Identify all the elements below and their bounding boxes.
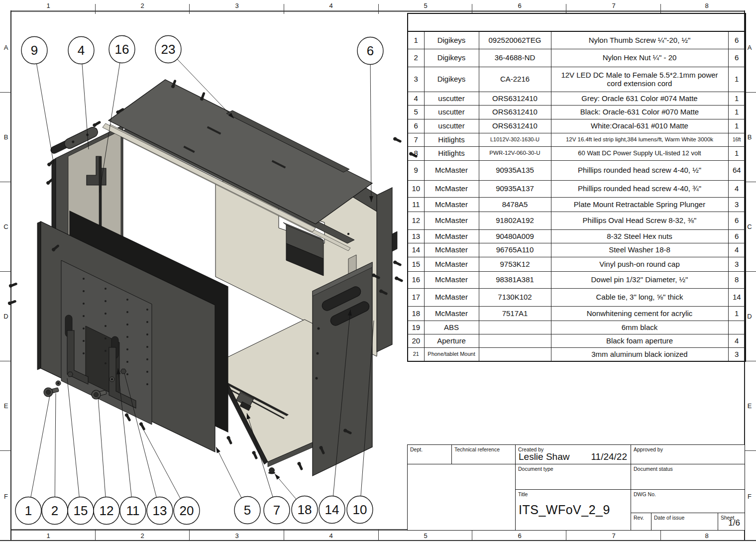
balloon-number: 15 bbox=[74, 503, 88, 518]
bom-body: 1Digikeys092520062TEGNylon Thumb Screw ¼… bbox=[408, 13, 746, 361]
bom-part-number bbox=[479, 334, 551, 347]
bom-item-no: 13 bbox=[408, 229, 424, 243]
bom-row: 18McMaster7517A1Nonwhitening cement for … bbox=[408, 306, 746, 321]
bom-qty: 6 bbox=[728, 31, 746, 49]
title-label: Title bbox=[518, 491, 528, 497]
balloon-number: 13 bbox=[153, 503, 167, 518]
bom-item-no: 4 bbox=[408, 92, 424, 105]
leader-arrowhead bbox=[275, 474, 280, 480]
bom-row: 14McMaster96765A110Steel Washer 18-84 bbox=[408, 243, 746, 257]
bom-item-no: 20 bbox=[408, 334, 424, 347]
bom-qty bbox=[728, 321, 746, 334]
bom-part-number: 90480A009 bbox=[479, 229, 551, 243]
bom-supplier: uscutter bbox=[424, 119, 479, 133]
bom-item-no: 14 bbox=[408, 243, 424, 257]
bom-description: Grey: Oracle 631 Color #074 Matte bbox=[551, 92, 728, 105]
bom-item-no: 2 bbox=[408, 49, 424, 67]
bom-item-no: 10 bbox=[408, 180, 424, 197]
bom-part-number: 36-4688-ND bbox=[479, 49, 551, 67]
approved-by-label: Approved by bbox=[634, 446, 663, 452]
bom-supplier: McMaster bbox=[424, 212, 479, 229]
slotted-mount-panel bbox=[313, 255, 372, 476]
balloon-number: 12 bbox=[100, 503, 114, 518]
sheet-number: 1/6 bbox=[728, 518, 740, 528]
approved-by-cell: Approved by bbox=[631, 444, 745, 465]
dept-label: Dept. bbox=[410, 446, 423, 452]
bom-qty: 1 bbox=[728, 119, 746, 133]
bom-part-number: PWR-12V-060-30-U bbox=[479, 146, 551, 160]
bom-supplier: Digikeys bbox=[424, 67, 479, 92]
bom-description: Phillips Oval Head Screw 8-32, ⅜" bbox=[551, 212, 728, 229]
bom-item-no: 16 bbox=[408, 271, 424, 288]
bom-item-no: 18 bbox=[408, 306, 424, 321]
bom-supplier: Digikeys bbox=[424, 49, 479, 67]
bom-description: Nylon Thumb Screw ¼"-20, ½" bbox=[551, 31, 728, 49]
balloon-number: 7 bbox=[273, 503, 280, 518]
bom-part-number: ORS6312410 bbox=[479, 119, 551, 133]
bom-supplier: Phone/tablet Mount bbox=[424, 347, 479, 361]
doc-type-cell: Document type bbox=[515, 464, 632, 490]
bom-row: 16McMaster98381A381Dowel pin 1/32" Diame… bbox=[408, 271, 746, 288]
bom-supplier: McMaster bbox=[424, 257, 479, 271]
bom-qty: 8 bbox=[728, 271, 746, 288]
bom-row: 5uscutterORS6312410Black: Oracle-631 Col… bbox=[408, 105, 746, 119]
balloon-number: 14 bbox=[325, 502, 339, 517]
rev-label: Rev. bbox=[634, 515, 644, 521]
dwg-no-label: DWG No. bbox=[634, 491, 656, 497]
tech-ref-cell: Technical reference bbox=[451, 444, 516, 465]
bom-row: 11McMaster8478A5Plate Mount Retractable … bbox=[408, 197, 746, 212]
bom-supplier: McMaster bbox=[424, 160, 479, 180]
bom-part-number: 9753K12 bbox=[479, 257, 551, 271]
created-by-value: Leslie Shaw bbox=[519, 451, 569, 462]
bom-row: 13McMaster90480A0098-32 Steel Hex nuts6 bbox=[408, 229, 746, 243]
bom-row: 9McMaster90935A135Phillips rounded head … bbox=[408, 160, 746, 180]
dwg-no-cell: DWG No. bbox=[631, 489, 745, 514]
bom-item-no: 5 bbox=[408, 105, 424, 119]
bom-supplier: McMaster bbox=[424, 180, 479, 197]
balloon-number: 23 bbox=[161, 42, 176, 57]
bom-item-no: 9 bbox=[408, 160, 424, 180]
bom-part-number: 8478A5 bbox=[479, 197, 551, 212]
balloon-number: 2 bbox=[51, 503, 58, 518]
bom-part-number: 7517A1 bbox=[479, 306, 551, 321]
bom-item-no: 17 bbox=[408, 288, 424, 306]
bom-qty: 4 bbox=[728, 243, 746, 257]
bom-description: 12V LED DC Male to Female 5.5*2.1mm powe… bbox=[551, 67, 728, 92]
balloon-leader bbox=[67, 378, 79, 497]
bom-part-number bbox=[479, 347, 551, 361]
bom-qty: 1 bbox=[728, 306, 746, 321]
bom-supplier: Aperture bbox=[424, 334, 479, 347]
tech-ref-label: Technical reference bbox=[454, 446, 500, 452]
push-on-cap bbox=[268, 468, 275, 474]
bom-row: 20ApertureBlack foam aperture4 bbox=[408, 334, 746, 347]
bom-part-number bbox=[479, 321, 551, 334]
bom-supplier: uscutter bbox=[424, 105, 479, 119]
bom-supplier: ABS bbox=[424, 321, 479, 334]
bom-row: 2Digikeys36-4688-NDNylon Hex Nut ¼" - 20… bbox=[408, 49, 746, 67]
bom-item-no: 21 bbox=[408, 347, 424, 361]
balloon-leader bbox=[55, 393, 56, 497]
balloon-leader bbox=[370, 64, 371, 202]
balloon-number: 16 bbox=[115, 42, 129, 57]
bom-description: Phillips rounded head screw 4-40, ¾" bbox=[551, 180, 728, 197]
bom-part-number: 90935A137 bbox=[479, 180, 551, 197]
bom-row: 19ABS6mm black bbox=[408, 321, 746, 334]
bom-supplier: Digikeys bbox=[424, 31, 479, 49]
balloon-leader bbox=[143, 429, 181, 499]
bom-part-number: ORS6312410 bbox=[479, 92, 551, 105]
bom-row: 10McMaster90935A137Phillips rounded head… bbox=[408, 180, 746, 197]
bom-qty: 1 bbox=[728, 92, 746, 105]
bom-row: 4uscutterORS6312410Grey: Oracle 631 Colo… bbox=[408, 92, 746, 105]
bom-description: Black: Oracle-631 Color #070 Matte bbox=[551, 105, 728, 119]
bom-qty: 16ft bbox=[728, 133, 746, 146]
date-of-issue-label: Date of issue bbox=[654, 515, 684, 521]
bom-description: 12V 16.4ft led strip light,384 lumens/ft… bbox=[551, 133, 728, 146]
bom-item-no: 11 bbox=[408, 197, 424, 212]
bom-qty: 4 bbox=[728, 180, 746, 197]
bom-part-number: ORS6312410 bbox=[479, 105, 551, 119]
bom-item-no: 12 bbox=[408, 212, 424, 229]
bom-part-number: 7130K102 bbox=[479, 288, 551, 306]
bom-qty: 6 bbox=[728, 212, 746, 229]
bom-description: Phillips rounded head screw 4-40, ½" bbox=[551, 160, 728, 180]
bom-supplier: McMaster bbox=[424, 229, 479, 243]
